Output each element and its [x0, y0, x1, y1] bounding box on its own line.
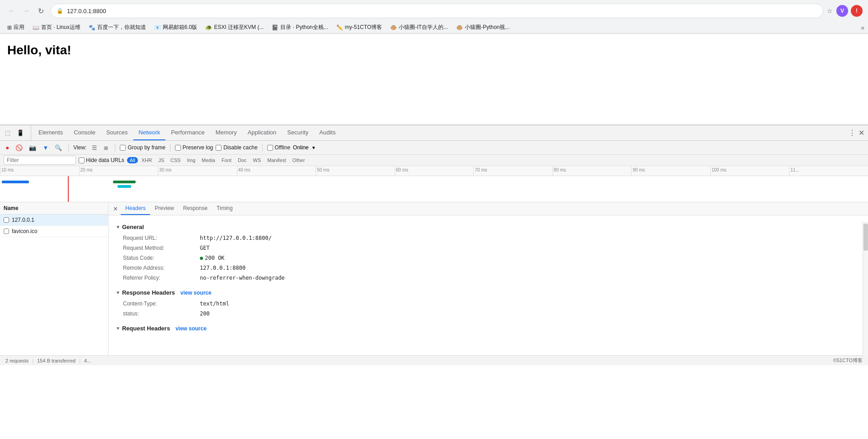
tick-70ms: 70 ms — [473, 166, 552, 176]
throttle-dropdown-arrow[interactable]: ▼ — [311, 145, 316, 150]
bookmark-ape2[interactable]: 🐵 小猿圈-Python视... — [453, 23, 513, 32]
filter-type-doc[interactable]: Doc — [235, 157, 250, 163]
request-method-val: GET — [200, 244, 210, 252]
clear-button[interactable]: 🚫 — [14, 143, 24, 153]
bookmark-apps-label: 应用 — [14, 24, 24, 31]
request-headers-section-header[interactable]: ▼ Request Headers view source — [116, 325, 861, 332]
filter-type-img[interactable]: Img — [184, 157, 198, 163]
inspect-icon[interactable]: ⬚ — [4, 128, 12, 138]
name-item-favicon-checkbox[interactable] — [4, 229, 9, 234]
address-bar[interactable]: 🔒 127.0.0.1:8800 — [51, 4, 823, 18]
bookmark-51cto[interactable]: ✏️ my-51CTO博客 — [333, 23, 386, 32]
capture-screenshot-button[interactable]: 📷 — [27, 143, 38, 153]
address-text: 127.0.0.1:8800 — [67, 8, 817, 14]
bookmark-linux[interactable]: 📖 首页 · Linux运维 — [29, 23, 84, 32]
general-section-header[interactable]: ▼ General — [116, 224, 861, 230]
group-by-frame-checkbox[interactable]: Group by frame — [120, 144, 165, 151]
bookmarks-more-button[interactable]: » — [861, 24, 864, 31]
tab-network[interactable]: Network — [133, 125, 166, 140]
timeline-area: 10 ms 20 ms 30 ms 40 ms 50 ms 60 ms 70 m… — [0, 166, 868, 202]
forward-button[interactable]: → — [20, 5, 33, 17]
profile-alert[interactable]: ! — [851, 5, 863, 17]
preserve-log-label: Preserve log — [183, 144, 213, 151]
details-close-button[interactable]: ✕ — [110, 203, 121, 215]
detail-tab-response[interactable]: Response — [179, 202, 212, 215]
filter-type-js[interactable]: JS — [156, 157, 167, 163]
preserve-log-checkbox[interactable]: Preserve log — [175, 144, 213, 151]
disable-cache-checkbox[interactable]: Disable cache — [216, 144, 257, 151]
tab-audits[interactable]: Audits — [314, 125, 341, 140]
bookmark-ape1[interactable]: 🐵 小猿圈-IT自学人的... — [387, 23, 452, 32]
preserve-log-input[interactable] — [175, 145, 181, 151]
filter-button[interactable]: ▼ — [41, 143, 50, 153]
name-item-127[interactable]: 127.0.0.1 — [0, 215, 108, 226]
tab-memory[interactable]: Memory — [210, 125, 242, 140]
request-headers-view-source[interactable]: view source — [175, 325, 207, 332]
record-button[interactable]: ● — [4, 143, 11, 153]
esxi-icon: 🐢 — [205, 24, 212, 31]
tick-110ms: 11... — [789, 166, 868, 176]
request-url-key: Request URL: — [123, 234, 200, 242]
filter-type-css[interactable]: CSS — [168, 157, 184, 163]
bookmark-baidu[interactable]: 🐾 百度一下，你就知道 — [85, 23, 150, 32]
view-waterfall-icon[interactable]: ≣ — [102, 143, 110, 153]
hide-data-urls-input[interactable] — [79, 157, 85, 163]
name-item-favicon[interactable]: favicon.ico — [0, 226, 108, 237]
tab-sources[interactable]: Sources — [101, 125, 133, 140]
filter-input[interactable] — [7, 157, 73, 163]
tab-elements[interactable]: Elements — [33, 125, 68, 140]
view-list-icon[interactable]: ☰ — [90, 143, 99, 153]
detail-tab-preview[interactable]: Preview — [150, 202, 179, 215]
timeline-ruler: 10 ms 20 ms 30 ms 40 ms 50 ms 60 ms 70 m… — [0, 166, 868, 176]
scrollbar-thumb[interactable] — [863, 224, 868, 251]
scrollbar[interactable] — [863, 222, 868, 355]
filter-type-manifest[interactable]: Manifest — [264, 157, 289, 163]
remote-address-key: Remote Address: — [123, 264, 200, 272]
mail-icon: 📧 — [154, 24, 161, 31]
offline-input[interactable] — [267, 145, 273, 151]
offline-checkbox[interactable]: Offline — [267, 144, 290, 151]
detail-tab-timing[interactable]: Timing — [212, 202, 237, 215]
name-item-127-checkbox[interactable] — [4, 217, 9, 223]
bookmark-apps[interactable]: ⊞ 应用 — [4, 23, 28, 32]
bookmark-mail-label: 网易邮箱6.0版 — [163, 24, 198, 31]
filter-type-all[interactable]: All — [127, 157, 138, 163]
search-button[interactable]: 🔍 — [53, 143, 64, 153]
status-code-val: 200 OK — [200, 254, 225, 262]
nav-buttons: ← → ↻ — [5, 5, 47, 17]
filter-type-ws[interactable]: WS — [250, 157, 264, 163]
bookmark-python[interactable]: 📓 目录 · Python全栈... — [268, 23, 331, 32]
hide-data-urls-checkbox[interactable]: Hide data URLs — [79, 157, 124, 163]
filter-type-font[interactable]: Font — [219, 157, 234, 163]
back-button[interactable]: ← — [5, 5, 18, 17]
tick-50ms: 50 ms — [316, 166, 395, 176]
response-headers-section-header[interactable]: ▼ Response Headers view source — [116, 289, 861, 296]
bookmark-linux-label: 首页 · Linux运维 — [41, 24, 80, 31]
devtools-close-button[interactable]: ✕ — [859, 129, 864, 137]
group-by-frame-input[interactable] — [120, 145, 126, 151]
timeline-bars — [0, 176, 868, 202]
device-icon[interactable]: 📱 — [15, 128, 25, 138]
response-headers-section-title: Response Headers — [122, 289, 175, 296]
disable-cache-input[interactable] — [216, 145, 222, 151]
content-type-key: Content-Type: — [123, 300, 200, 308]
copyright-text: ©51CTO博客 — [833, 357, 863, 364]
status-bar: 2 requests | 154 B transferred | 4... ©5… — [0, 355, 868, 365]
tab-security[interactable]: Security — [282, 125, 314, 140]
bookmark-mail[interactable]: 📧 网易邮箱6.0版 — [151, 23, 201, 32]
detail-tab-headers[interactable]: Headers — [121, 202, 150, 215]
response-headers-view-source[interactable]: view source — [180, 290, 212, 296]
tab-performance[interactable]: Performance — [165, 125, 210, 140]
reload-button[interactable]: ↻ — [34, 5, 47, 17]
hide-data-urls-label: Hide data URLs — [86, 157, 124, 163]
profile-avatar[interactable]: V — [836, 5, 848, 17]
tab-application[interactable]: Application — [242, 125, 282, 140]
filter-type-media[interactable]: Media — [199, 157, 218, 163]
content-type-val: text/html — [200, 300, 229, 308]
devtools-more-button[interactable]: ⋮ — [849, 129, 856, 137]
filter-type-xhr[interactable]: XHR — [139, 157, 155, 163]
tab-console[interactable]: Console — [68, 125, 101, 140]
filter-type-other[interactable]: Other — [290, 157, 308, 163]
bookmark-esxi[interactable]: 🐢 ESXI 迁移至KVM (... — [202, 23, 267, 32]
star-icon[interactable]: ☆ — [827, 7, 833, 14]
